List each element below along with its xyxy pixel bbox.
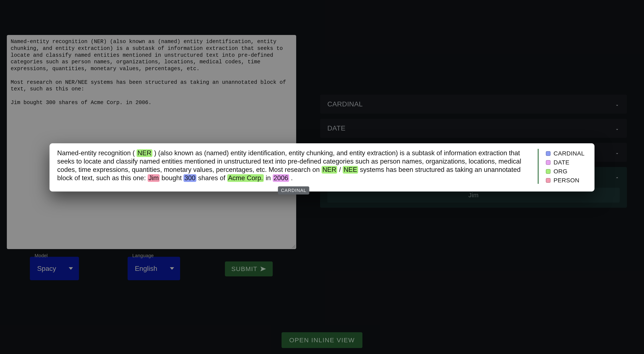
legend-label: CARDINAL bbox=[554, 150, 585, 157]
text-span: . bbox=[289, 174, 293, 182]
entity-span[interactable]: NER bbox=[322, 166, 337, 174]
inline-view-popover: Named-entity recognition ( NER ) (also k… bbox=[50, 143, 594, 192]
legend-label: ORG bbox=[554, 168, 568, 175]
entity-span[interactable]: NER bbox=[136, 149, 152, 157]
legend: CARDINALDATEORGPERSON bbox=[538, 149, 587, 184]
entity-span[interactable]: Jim bbox=[148, 174, 160, 182]
legend-label: DATE bbox=[554, 159, 570, 166]
legend-swatch-icon bbox=[546, 169, 550, 174]
text-span: Named-entity recognition ( bbox=[57, 149, 136, 157]
legend-item: ORG bbox=[546, 168, 587, 175]
annotated-text: Named-entity recognition ( NER ) (also k… bbox=[57, 149, 530, 182]
legend-swatch-icon bbox=[546, 151, 550, 156]
legend-label: PERSON bbox=[554, 177, 579, 184]
legend-item: PERSON bbox=[546, 177, 587, 184]
text-span: in bbox=[264, 174, 272, 182]
entity-span[interactable]: NEE bbox=[343, 166, 358, 174]
entity-span[interactable]: 2006 bbox=[273, 174, 289, 182]
legend-item: CARDINAL bbox=[546, 150, 587, 157]
entity-tooltip-label: CARDINAL bbox=[281, 188, 306, 193]
app-root: Model Spacy Language English SUBMIT CARD… bbox=[0, 0, 644, 354]
entity-span[interactable]: Acme Corp. bbox=[227, 174, 264, 182]
inline-view-body-wrap: Named-entity recognition ( NER ) (also k… bbox=[57, 149, 530, 184]
legend-swatch-icon bbox=[546, 178, 550, 183]
legend-swatch-icon bbox=[546, 160, 550, 165]
text-span: bought bbox=[160, 174, 184, 182]
text-span: / bbox=[337, 166, 343, 173]
entity-span[interactable]: 300 bbox=[184, 174, 196, 182]
text-span: shares of bbox=[196, 174, 227, 182]
legend-item: DATE bbox=[546, 159, 587, 166]
entity-tooltip: CARDINAL bbox=[278, 186, 309, 194]
